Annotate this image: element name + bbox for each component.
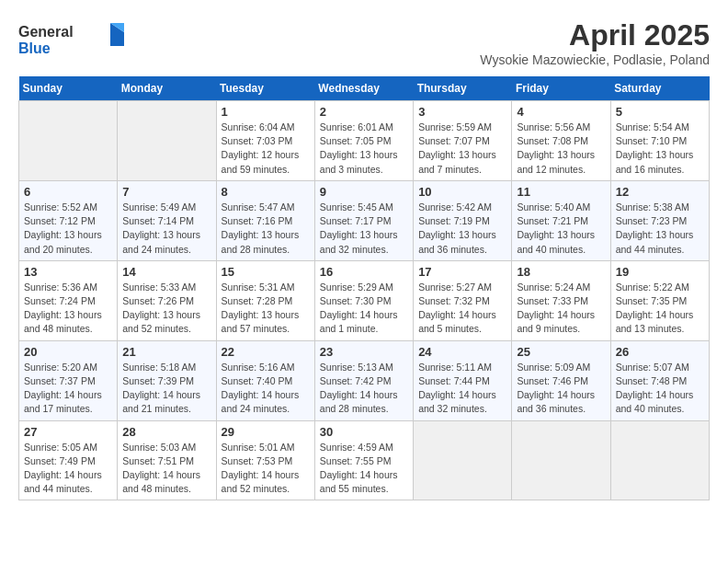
- weekday-header-wednesday: Wednesday: [314, 76, 413, 101]
- calendar-cell: 26Sunrise: 5:07 AM Sunset: 7:48 PM Dayli…: [610, 340, 709, 420]
- day-number: 4: [517, 105, 605, 119]
- day-info: Sunrise: 6:04 AM Sunset: 7:03 PM Dayligh…: [222, 121, 310, 177]
- calendar-cell: [118, 101, 216, 181]
- day-number: 22: [222, 345, 310, 359]
- title-section: April 2025 Wysokie Mazowieckie, Podlasie…: [480, 18, 710, 67]
- day-info: Sunrise: 5:36 AM Sunset: 7:24 PM Dayligh…: [24, 281, 112, 337]
- calendar-week-5: 27Sunrise: 5:05 AM Sunset: 7:49 PM Dayli…: [19, 420, 710, 500]
- calendar-cell: 9Sunrise: 5:45 AM Sunset: 7:17 PM Daylig…: [314, 180, 413, 260]
- location-subtitle: Wysokie Mazowieckie, Podlasie, Poland: [480, 52, 710, 67]
- day-info: Sunrise: 5:16 AM Sunset: 7:40 PM Dayligh…: [222, 361, 310, 417]
- day-info: Sunrise: 5:42 AM Sunset: 7:19 PM Dayligh…: [418, 201, 506, 257]
- day-info: Sunrise: 6:01 AM Sunset: 7:05 PM Dayligh…: [320, 121, 408, 177]
- calendar-cell: 28Sunrise: 5:03 AM Sunset: 7:51 PM Dayli…: [118, 420, 216, 500]
- day-info: Sunrise: 5:09 AM Sunset: 7:46 PM Dayligh…: [517, 361, 605, 417]
- day-number: 14: [122, 265, 210, 279]
- day-number: 18: [517, 265, 605, 279]
- calendar-cell: 6Sunrise: 5:52 AM Sunset: 7:12 PM Daylig…: [19, 180, 118, 260]
- day-info: Sunrise: 5:07 AM Sunset: 7:48 PM Dayligh…: [616, 361, 704, 417]
- day-number: 1: [222, 105, 310, 119]
- day-info: Sunrise: 5:05 AM Sunset: 7:49 PM Dayligh…: [24, 441, 112, 497]
- day-number: 28: [122, 425, 210, 439]
- day-number: 25: [517, 345, 605, 359]
- weekday-header-row: SundayMondayTuesdayWednesdayThursdayFrid…: [19, 76, 710, 101]
- day-number: 24: [418, 345, 506, 359]
- calendar-cell: 7Sunrise: 5:49 AM Sunset: 7:14 PM Daylig…: [118, 180, 216, 260]
- day-info: Sunrise: 5:20 AM Sunset: 7:37 PM Dayligh…: [24, 361, 112, 417]
- day-info: Sunrise: 5:24 AM Sunset: 7:33 PM Dayligh…: [517, 281, 605, 337]
- weekday-header-thursday: Thursday: [414, 76, 512, 101]
- calendar-cell: 29Sunrise: 5:01 AM Sunset: 7:53 PM Dayli…: [216, 420, 314, 500]
- calendar-cell: 23Sunrise: 5:13 AM Sunset: 7:42 PM Dayli…: [314, 340, 413, 420]
- calendar-cell: [414, 420, 512, 500]
- day-number: 11: [517, 185, 605, 199]
- calendar-cell: 19Sunrise: 5:22 AM Sunset: 7:35 PM Dayli…: [610, 260, 709, 340]
- calendar-week-2: 6Sunrise: 5:52 AM Sunset: 7:12 PM Daylig…: [19, 180, 710, 260]
- day-number: 12: [616, 185, 704, 199]
- weekday-header-friday: Friday: [512, 76, 610, 101]
- day-number: 16: [320, 265, 408, 279]
- day-info: Sunrise: 5:11 AM Sunset: 7:44 PM Dayligh…: [418, 361, 506, 417]
- calendar-cell: 27Sunrise: 5:05 AM Sunset: 7:49 PM Dayli…: [19, 420, 118, 500]
- weekday-header-sunday: Sunday: [19, 76, 118, 101]
- day-number: 3: [418, 105, 506, 119]
- day-number: 21: [122, 345, 210, 359]
- svg-text:Blue: Blue: [18, 40, 51, 56]
- day-info: Sunrise: 5:29 AM Sunset: 7:30 PM Dayligh…: [320, 281, 408, 337]
- day-number: 19: [616, 265, 704, 279]
- calendar-cell: 16Sunrise: 5:29 AM Sunset: 7:30 PM Dayli…: [314, 260, 413, 340]
- calendar-cell: 20Sunrise: 5:20 AM Sunset: 7:37 PM Dayli…: [19, 340, 118, 420]
- month-year-title: April 2025: [480, 18, 710, 52]
- day-info: Sunrise: 5:47 AM Sunset: 7:16 PM Dayligh…: [222, 201, 310, 257]
- day-info: Sunrise: 5:59 AM Sunset: 7:07 PM Dayligh…: [418, 121, 506, 177]
- weekday-header-saturday: Saturday: [610, 76, 709, 101]
- calendar-cell: 4Sunrise: 5:56 AM Sunset: 7:08 PM Daylig…: [512, 101, 610, 181]
- calendar-week-4: 20Sunrise: 5:20 AM Sunset: 7:37 PM Dayli…: [19, 340, 710, 420]
- day-info: Sunrise: 5:49 AM Sunset: 7:14 PM Dayligh…: [122, 201, 210, 257]
- day-info: Sunrise: 5:18 AM Sunset: 7:39 PM Dayligh…: [122, 361, 210, 417]
- calendar-cell: 14Sunrise: 5:33 AM Sunset: 7:26 PM Dayli…: [118, 260, 216, 340]
- day-info: Sunrise: 5:03 AM Sunset: 7:51 PM Dayligh…: [122, 441, 210, 497]
- day-number: 27: [24, 425, 112, 439]
- day-number: 23: [320, 345, 408, 359]
- calendar-cell: 11Sunrise: 5:40 AM Sunset: 7:21 PM Dayli…: [512, 180, 610, 260]
- weekday-header-tuesday: Tuesday: [216, 76, 314, 101]
- calendar-cell: 30Sunrise: 4:59 AM Sunset: 7:55 PM Dayli…: [314, 420, 413, 500]
- calendar-cell: 3Sunrise: 5:59 AM Sunset: 7:07 PM Daylig…: [414, 101, 512, 181]
- day-info: Sunrise: 5:38 AM Sunset: 7:23 PM Dayligh…: [616, 201, 704, 257]
- calendar-cell: 22Sunrise: 5:16 AM Sunset: 7:40 PM Dayli…: [216, 340, 314, 420]
- day-info: Sunrise: 5:40 AM Sunset: 7:21 PM Dayligh…: [517, 201, 605, 257]
- calendar-cell: 18Sunrise: 5:24 AM Sunset: 7:33 PM Dayli…: [512, 260, 610, 340]
- weekday-header-monday: Monday: [118, 76, 216, 101]
- calendar-cell: 13Sunrise: 5:36 AM Sunset: 7:24 PM Dayli…: [19, 260, 118, 340]
- calendar-cell: 24Sunrise: 5:11 AM Sunset: 7:44 PM Dayli…: [414, 340, 512, 420]
- calendar-table: SundayMondayTuesdayWednesdayThursdayFrid…: [18, 76, 710, 500]
- page-header: General Blue April 2025 Wysokie Mazowiec…: [18, 18, 710, 67]
- day-number: 30: [320, 425, 408, 439]
- day-number: 26: [616, 345, 704, 359]
- calendar-cell: 21Sunrise: 5:18 AM Sunset: 7:39 PM Dayli…: [118, 340, 216, 420]
- calendar-cell: [610, 420, 709, 500]
- day-info: Sunrise: 5:27 AM Sunset: 7:32 PM Dayligh…: [418, 281, 506, 337]
- day-number: 17: [418, 265, 506, 279]
- day-number: 20: [24, 345, 112, 359]
- day-number: 2: [320, 105, 408, 119]
- day-number: 9: [320, 185, 408, 199]
- day-number: 13: [24, 265, 112, 279]
- calendar-cell: [19, 101, 118, 181]
- calendar-week-1: 1Sunrise: 6:04 AM Sunset: 7:03 PM Daylig…: [19, 101, 710, 181]
- day-info: Sunrise: 5:31 AM Sunset: 7:28 PM Dayligh…: [222, 281, 310, 337]
- day-number: 7: [122, 185, 210, 199]
- day-info: Sunrise: 5:52 AM Sunset: 7:12 PM Dayligh…: [24, 201, 112, 257]
- calendar-cell: 12Sunrise: 5:38 AM Sunset: 7:23 PM Dayli…: [610, 180, 709, 260]
- calendar-cell: 17Sunrise: 5:27 AM Sunset: 7:32 PM Dayli…: [414, 260, 512, 340]
- day-info: Sunrise: 5:22 AM Sunset: 7:35 PM Dayligh…: [616, 281, 704, 337]
- logo-text: General Blue: [18, 18, 129, 63]
- day-info: Sunrise: 5:13 AM Sunset: 7:42 PM Dayligh…: [320, 361, 408, 417]
- calendar-cell: 10Sunrise: 5:42 AM Sunset: 7:19 PM Dayli…: [414, 180, 512, 260]
- calendar-cell: [512, 420, 610, 500]
- day-number: 10: [418, 185, 506, 199]
- day-number: 29: [222, 425, 310, 439]
- day-info: Sunrise: 5:56 AM Sunset: 7:08 PM Dayligh…: [517, 121, 605, 177]
- calendar-week-3: 13Sunrise: 5:36 AM Sunset: 7:24 PM Dayli…: [19, 260, 710, 340]
